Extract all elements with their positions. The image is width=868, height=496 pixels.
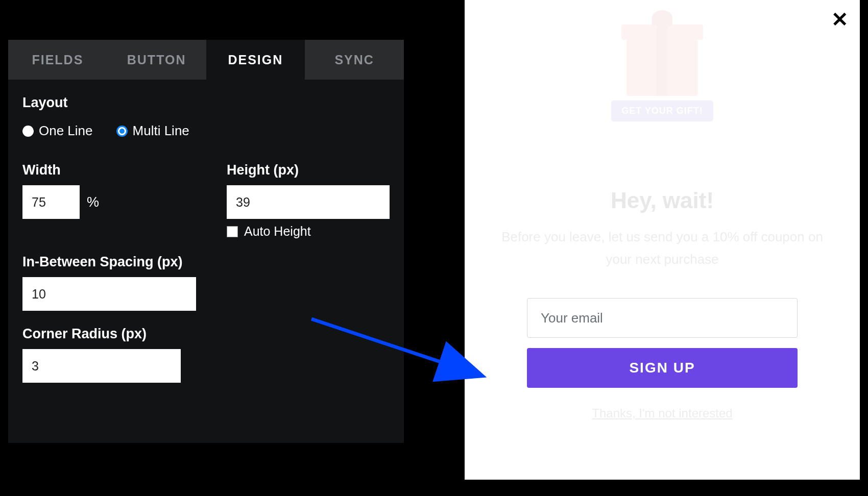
dismiss-link[interactable]: Thanks, I'm not interested <box>592 406 732 420</box>
layout-radio-group: One Line Multi Line <box>22 123 390 139</box>
spacing-label: In-Between Spacing (px) <box>22 254 196 270</box>
layout-section-title: Layout <box>22 95 390 111</box>
radio-label: One Line <box>39 123 93 139</box>
corner-radius-field: Corner Radius (px) <box>22 326 196 383</box>
corner-radius-input[interactable] <box>22 349 181 383</box>
layout-multi-line-radio[interactable]: Multi Line <box>116 123 189 139</box>
tab-sync[interactable]: SYNC <box>305 40 404 80</box>
width-field: Width % <box>22 162 196 239</box>
tab-button[interactable]: BUTTON <box>107 40 206 80</box>
layout-one-line-radio[interactable]: One Line <box>22 123 93 139</box>
radio-icon <box>22 126 34 137</box>
close-icon[interactable]: ✕ <box>831 9 849 30</box>
gift-illustration: GET YOUR GIFT! <box>596 40 729 172</box>
spacing-field: In-Between Spacing (px) <box>22 254 196 311</box>
popup-title: Hey, wait! <box>479 188 846 213</box>
popup-preview: ✕ GET YOUR GIFT! Hey, wait! Before you l… <box>465 0 860 480</box>
height-field: Height (px) Auto Height <box>227 162 390 239</box>
email-field[interactable] <box>527 298 798 338</box>
height-input[interactable] <box>227 185 390 219</box>
radio-icon <box>116 126 128 137</box>
tab-design[interactable]: DESIGN <box>206 40 305 80</box>
radio-label: Multi Line <box>133 123 189 139</box>
gift-badge: GET YOUR GIFT! <box>610 99 715 123</box>
height-label: Height (px) <box>227 162 390 178</box>
design-panel-body: Layout One Line Multi Line Width % Heigh… <box>8 80 404 398</box>
checkbox-label: Auto Height <box>244 224 311 239</box>
width-unit: % <box>87 194 99 210</box>
design-settings-panel: FIELDS BUTTON DESIGN SYNC Layout One Lin… <box>8 40 404 443</box>
tab-fields[interactable]: FIELDS <box>8 40 107 80</box>
width-label: Width <box>22 162 196 178</box>
spacing-input[interactable] <box>22 277 196 311</box>
popup-subtitle: Before you leave, let us send you a 10% … <box>479 226 846 270</box>
corner-radius-label: Corner Radius (px) <box>22 326 196 342</box>
checkbox-icon <box>227 226 238 237</box>
panel-tabs: FIELDS BUTTON DESIGN SYNC <box>8 40 404 80</box>
auto-height-checkbox[interactable]: Auto Height <box>227 224 390 239</box>
signup-button[interactable]: SIGN UP <box>527 348 798 388</box>
width-input[interactable] <box>22 185 80 219</box>
